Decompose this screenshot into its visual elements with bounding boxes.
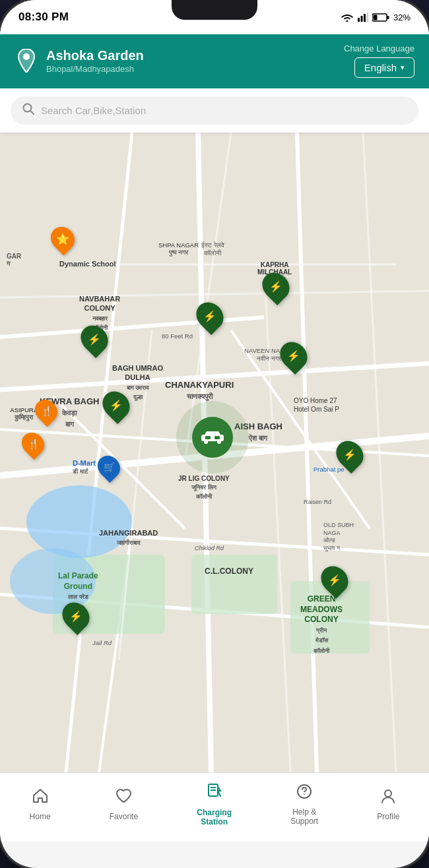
header-right: Change Language English ▾ <box>344 44 414 78</box>
svg-rect-2 <box>360 16 362 22</box>
header-subtitle: Bhopal/Madhyapadesh <box>46 64 144 74</box>
star-marker[interactable]: ⭐ <box>51 226 74 251</box>
svg-rect-35 <box>201 435 224 441</box>
svg-point-0 <box>346 20 348 22</box>
svg-rect-1 <box>358 18 360 22</box>
svg-point-8 <box>23 53 30 60</box>
header: Ashoka Garden Bhopal/Madhyapadesh Change… <box>0 34 429 88</box>
svg-point-26 <box>26 485 132 558</box>
charging-marker-3[interactable]: ⚡ <box>263 272 288 301</box>
svg-point-36 <box>204 440 208 444</box>
language-button[interactable]: English ▾ <box>354 57 414 78</box>
car-icon <box>200 429 225 445</box>
bottom-nav: Home Favorite <box>0 772 429 842</box>
charging-marker-2[interactable]: ⚡ <box>197 301 222 330</box>
nav-home[interactable]: Home <box>22 782 59 826</box>
nav-help-label: Help &Support <box>290 807 318 826</box>
svg-rect-6 <box>387 16 389 19</box>
home-icon <box>32 788 49 809</box>
favorite-icon <box>115 788 132 809</box>
nav-favorite[interactable]: Favorite <box>102 782 146 826</box>
charging-marker-8[interactable]: ⚡ <box>63 602 88 631</box>
svg-point-44 <box>304 793 305 795</box>
svg-point-37 <box>217 440 221 444</box>
svg-rect-38 <box>205 436 211 439</box>
charging-marker-4[interactable]: ⚡ <box>281 341 306 370</box>
search-icon <box>22 103 34 118</box>
charging-marker-7[interactable]: ⚡ <box>322 565 347 594</box>
svg-rect-24 <box>191 555 277 614</box>
header-text: Ashoka Garden Bhopal/Madhyapadesh <box>46 48 144 74</box>
svg-rect-3 <box>364 14 366 22</box>
battery-text: 32% <box>393 13 411 22</box>
signal-icon <box>358 13 368 22</box>
charging-marker-1[interactable]: ⚡ <box>82 325 107 354</box>
status-bar: 08:30 PM <box>0 0 429 34</box>
dmart-marker[interactable]: 🛒 <box>98 455 119 479</box>
wifi-icon <box>341 13 354 22</box>
map-area[interactable]: NAVBAHARCOLONYनवबहारकॉलोनी BAGH UMRAODUL… <box>0 133 429 772</box>
search-input[interactable]: Search Car,Bike,Station <box>41 105 146 116</box>
nav-profile[interactable]: Profile <box>369 782 407 826</box>
nav-favorite-label: Favorite <box>110 812 138 821</box>
language-label: English <box>364 62 397 73</box>
status-time: 08:30 PM <box>18 11 69 24</box>
notch <box>172 0 257 20</box>
svg-rect-7 <box>373 15 377 20</box>
header-title: Ashoka Garden <box>46 48 144 63</box>
svg-line-10 <box>30 111 34 114</box>
charging-marker-5[interactable]: ⚡ <box>104 390 129 419</box>
help-icon <box>296 783 313 804</box>
status-icons: 32% <box>341 13 411 22</box>
svg-point-45 <box>385 790 391 797</box>
nav-home-label: Home <box>30 812 51 821</box>
change-language-label: Change Language <box>344 44 414 53</box>
nav-charging-label: ChargingStation <box>197 808 232 826</box>
charging-marker-6[interactable]: ⚡ <box>337 440 362 469</box>
header-left: Ashoka Garden Bhopal/Madhyapadesh <box>15 48 144 74</box>
battery-icon <box>372 13 389 22</box>
chevron-down-icon: ▾ <box>401 63 405 72</box>
nav-help[interactable]: Help &Support <box>282 778 326 831</box>
search-container: Search Car,Bike,Station <box>0 88 429 133</box>
nav-profile-label: Profile <box>377 812 399 821</box>
svg-rect-39 <box>214 436 220 439</box>
phone-screen: 08:30 PM <box>0 0 429 868</box>
phone-frame: 08:30 PM <box>0 0 429 868</box>
user-location-marker[interactable] <box>176 401 249 474</box>
restaurant-marker-2[interactable]: 🍴 <box>22 432 44 456</box>
location-icon <box>15 49 38 73</box>
restaurant-marker-1[interactable]: 🍴 <box>36 399 57 423</box>
profile-icon <box>380 788 397 809</box>
svg-rect-4 <box>366 13 368 22</box>
search-bar[interactable]: Search Car,Bike,Station <box>11 96 418 125</box>
nav-charging[interactable]: ChargingStation <box>189 777 240 832</box>
charging-station-icon <box>205 782 224 805</box>
